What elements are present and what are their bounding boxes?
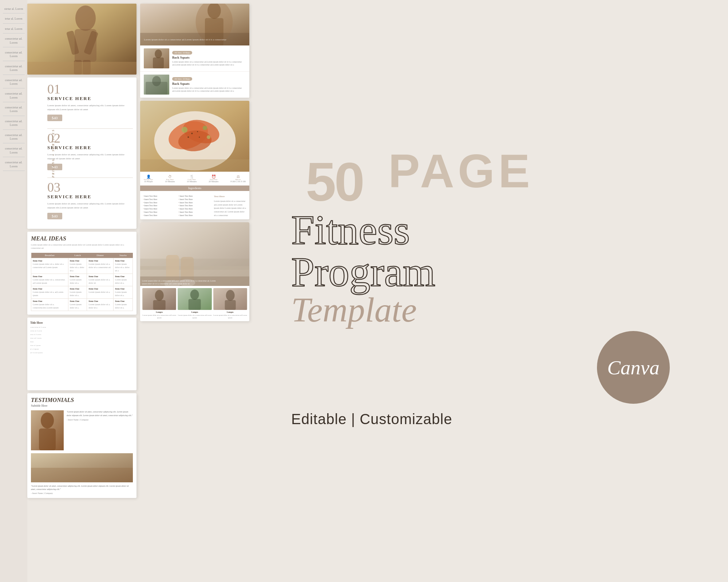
recipe-body-text: Text Here Lorem ipsum dolor sit a consec… bbox=[214, 195, 246, 217]
svg-point-31 bbox=[203, 126, 207, 130]
sidebar-item: consectetur ad. Lorem bbox=[3, 120, 25, 130]
svg-point-24 bbox=[152, 76, 161, 86]
svg-rect-56 bbox=[225, 300, 236, 310]
ingredients-section: Insert Text Here Insert Text Here Insert… bbox=[140, 192, 249, 219]
svg-point-9 bbox=[41, 412, 54, 428]
testimonial-author-1: - Insert Name | Company bbox=[67, 419, 133, 421]
meta-cook: 🍴 Cook Time 10 Minutes bbox=[187, 175, 197, 183]
testimonials-text: "Lorem ipsum dolor sit amet, consectetur… bbox=[67, 410, 133, 450]
svg-point-35 bbox=[187, 136, 189, 138]
title-line: tetur al. Lorem bbox=[30, 333, 134, 336]
service-2-title: SERVICE HERE bbox=[47, 145, 133, 151]
sidebar-item: tetur al. Lorem bbox=[3, 17, 25, 23]
exercise-badge-1: 3X Sets | 10 Reps bbox=[172, 51, 192, 55]
fork-icon: 🍴 bbox=[187, 175, 197, 179]
service-1-title: SERVICE HERE bbox=[47, 96, 133, 101]
left-sidebar: xtetur al. Lorem tetur al. Lorem tetur a… bbox=[0, 0, 27, 582]
service-2-number: 02 bbox=[47, 132, 133, 145]
svg-rect-50 bbox=[153, 300, 166, 310]
exercise-info-2: 3X Sets | 10 Reps Back Squats Lorem ipsu… bbox=[172, 75, 246, 93]
title-line: xtetur al. Lorem bbox=[30, 330, 134, 332]
svg-text:Lorem ipsum dolor sit a consec: Lorem ipsum dolor sit a consectetur ad.L… bbox=[144, 38, 226, 41]
sidebar-item: consectetur ad. Lorem bbox=[3, 147, 25, 157]
macros-icon: ⚖ bbox=[230, 175, 246, 179]
exercise-name-1: Back Squats bbox=[172, 56, 246, 59]
sidebar-item: consectetur ad. Lorem bbox=[3, 133, 25, 144]
table-row: Item OneLorem ipsum dolor sit a. consect… bbox=[31, 299, 133, 311]
svg-point-34 bbox=[197, 131, 198, 132]
page-number: 50 bbox=[306, 155, 363, 209]
table-row: Item OneLorem ipsum dolor sit a. ad.Lore… bbox=[31, 286, 133, 299]
serving-icon: 👤 bbox=[144, 175, 153, 179]
exercise-row-1: 3X Sets | 10 Reps Back Squats Lorem ipsu… bbox=[140, 45, 249, 72]
ingredients-col-1: Insert Text Here Insert Text Here Insert… bbox=[143, 195, 175, 217]
total-time-icon: ⏰ bbox=[209, 175, 218, 179]
svg-text:ipsum dolor sit it it a consec: ipsum dolor sit it it a consectetur ad.L… bbox=[142, 283, 190, 285]
marketing-area: 50 PAGE Fitness Program Template Canva E… bbox=[258, 0, 728, 582]
testimonial-image-2 bbox=[31, 453, 133, 482]
grid-label-2: Lunges bbox=[178, 311, 211, 313]
editable-customizable-text: Editable | Customizable bbox=[291, 411, 713, 427]
grid-label-3: Lunges bbox=[213, 311, 247, 313]
sidebar-item: consectetur ad. Lorem bbox=[3, 51, 25, 61]
table-row: Item OneLorem ipsum dolor sit a. consect… bbox=[31, 274, 133, 286]
testimonial-quote-2: "Lorem ipsum dolor sit amet, consectetur… bbox=[31, 485, 133, 491]
service-3-title: SERVICE HERE bbox=[47, 194, 133, 200]
workout-hero-image: Lorem ipsum dolor sit a consectetur ad.L… bbox=[140, 4, 249, 45]
col-lunch: Lunch bbox=[68, 253, 87, 258]
sidebar-item: consectetur ad. Lorem bbox=[3, 106, 25, 116]
meal-ideas-desc: Lorem ipsum dolor sit a consectetur ad.L… bbox=[31, 243, 133, 250]
ingredients-header: Ingredients bbox=[140, 186, 249, 191]
svg-rect-10 bbox=[39, 428, 56, 450]
sidebar-item: tetur al. Lorem bbox=[3, 27, 25, 33]
sidebar-item: consectetur ad. Lorem bbox=[3, 79, 25, 89]
service-3-price: $40 bbox=[47, 213, 62, 219]
svg-point-52 bbox=[190, 290, 199, 300]
grid-item-1: Lunges Lorem ipsum dolor sit a consectet… bbox=[142, 288, 176, 319]
service-1-number: 01 bbox=[47, 83, 133, 96]
svg-point-30 bbox=[182, 127, 187, 133]
svg-text:Lorem ipsum dolor sit a consec: Lorem ipsum dolor sit a consectetur ad.L… bbox=[142, 280, 216, 282]
pricing-vertical-label: PRICING + SERVICES bbox=[52, 129, 55, 178]
title-line: tetur al. ipsum bbox=[30, 344, 134, 347]
svg-rect-53 bbox=[189, 299, 201, 310]
service-1-price: $40 bbox=[47, 115, 62, 121]
svg-point-1 bbox=[75, 5, 96, 31]
title-line: done bbox=[30, 340, 134, 343]
grid-desc-3: Lorem ipsum dolor sit a consectetur ad.L… bbox=[213, 314, 247, 319]
edit-text-container: Editable | Customizable bbox=[273, 407, 713, 427]
grid-label-1: Lunges bbox=[142, 311, 176, 313]
col-breakfast: Breakfast bbox=[31, 253, 68, 258]
exercise-desc-2: Lorem ipsum dolor sit a consectetur ad.L… bbox=[172, 87, 246, 93]
col-dinner: Dinner bbox=[87, 253, 114, 258]
grid-desc-1: Lorem ipsum dolor sit a consectetur ad.L… bbox=[142, 314, 176, 319]
program-heading: Program bbox=[291, 251, 435, 293]
testimonials-title: TESTIMONIALS bbox=[31, 397, 133, 403]
clock-icon: ⏱ bbox=[165, 175, 175, 179]
exercise-thumbnail-1 bbox=[144, 48, 169, 68]
sidebar-item: consectetur ad. Lorem bbox=[3, 161, 25, 171]
page-count-row: 50 PAGE bbox=[288, 155, 534, 209]
col-snacks: Snacks bbox=[114, 253, 133, 258]
grid-exercise-img-3 bbox=[213, 288, 247, 310]
testimonial-author-2: - Insert Name | Company bbox=[31, 492, 133, 494]
exercise-thumbnail-2 bbox=[144, 75, 169, 95]
canva-badge: Canva bbox=[597, 331, 670, 404]
ingredients-col-2: Insert Text Here Insert Text Here Insert… bbox=[178, 195, 211, 217]
meta-macros: ⚖ Macros P:100 C:191 F:199 bbox=[230, 175, 246, 183]
fitness-person-card bbox=[27, 4, 136, 75]
svg-point-55 bbox=[226, 290, 234, 301]
title-line: consectetur al. Lorem bbox=[30, 326, 134, 329]
canva-badge-container: Canva bbox=[273, 327, 713, 404]
meta-total: ⏰ Total Time 20 Minutes bbox=[209, 175, 218, 183]
pricing-content: 01 SERVICE HERE Lorem ipsum dolor sit am… bbox=[47, 83, 133, 224]
testimonials-card: TESTIMONIALS Subtitle Here "Lorem bbox=[27, 393, 136, 498]
svg-point-20 bbox=[155, 49, 162, 58]
workout-document: Lorem ipsum dolor sit a consectetur ad.L… bbox=[140, 4, 249, 98]
left-column-docs: PRICING + SERVICES 01 SERVICE HERE Lorem… bbox=[27, 4, 136, 578]
title-page-title: Title Here bbox=[30, 321, 134, 324]
grid-item-2: Lunges Lorem ipsum dolor sit a consectet… bbox=[178, 288, 211, 319]
svg-rect-12 bbox=[31, 468, 133, 482]
pricing-card: PRICING + SERVICES 01 SERVICE HERE Lorem… bbox=[27, 77, 136, 229]
food-image bbox=[140, 101, 249, 172]
